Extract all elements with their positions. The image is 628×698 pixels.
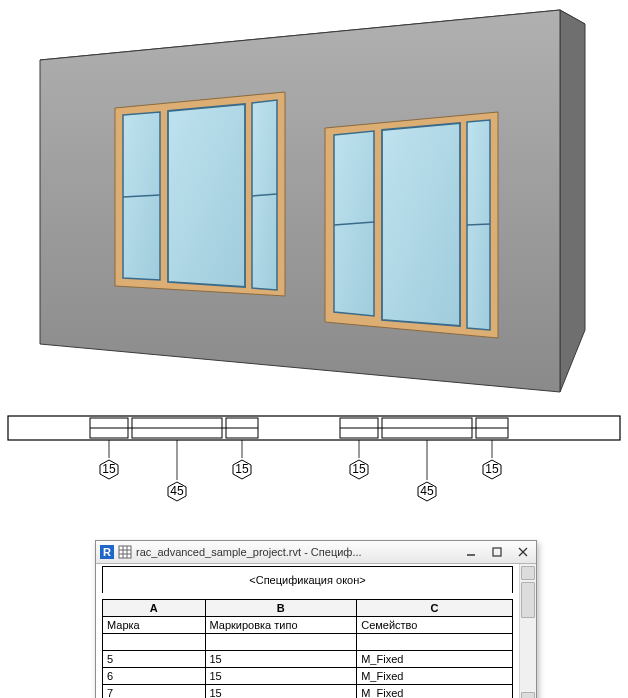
dim-side-3: 15 xyxy=(352,462,366,476)
dim-side-4: 15 xyxy=(485,462,499,476)
window-title-text: rac_advanced_sample_project.rvt - Специф… xyxy=(136,546,456,558)
schedule-table[interactable]: <Спецификация окон> A B C Марка Маркиров… xyxy=(102,566,513,698)
close-button[interactable] xyxy=(512,543,534,561)
dim-side-1: 15 xyxy=(102,462,116,476)
cell-mark[interactable]: 7 xyxy=(103,685,206,699)
svg-marker-1 xyxy=(560,10,585,392)
cell-type[interactable]: 15 xyxy=(205,685,357,699)
col-letter-b[interactable]: B xyxy=(205,600,357,617)
cell-mark[interactable]: 5 xyxy=(103,651,206,668)
col-letter-c[interactable]: C xyxy=(357,600,513,617)
svg-marker-6 xyxy=(168,104,245,287)
cell-family[interactable]: M_Fixed xyxy=(357,651,513,668)
svg-text:R: R xyxy=(103,546,111,558)
cell-family[interactable]: M_Fixed xyxy=(357,668,513,685)
svg-marker-12 xyxy=(382,123,460,326)
dim-mid-2: 45 xyxy=(420,484,434,498)
table-row[interactable]: 6 15 M_Fixed xyxy=(103,668,513,685)
scroll-up-icon[interactable] xyxy=(521,566,535,580)
schedule-window[interactable]: R rac_advanced_sample_project.rvt - Спец… xyxy=(95,540,537,698)
titlebar[interactable]: R rac_advanced_sample_project.rvt - Спец… xyxy=(96,541,536,564)
svg-rect-38 xyxy=(119,546,131,558)
dim-side-2: 15 xyxy=(235,462,249,476)
col-letter-a[interactable]: A xyxy=(103,600,206,617)
schedule-content[interactable]: <Спецификация окон> A B C Марка Маркиров… xyxy=(96,564,519,698)
col-header-mark[interactable]: Марка xyxy=(103,617,206,634)
minimize-button[interactable] xyxy=(460,543,482,561)
svg-rect-44 xyxy=(493,548,501,556)
revit-app-icon: R xyxy=(100,545,114,559)
dim-mid-1: 45 xyxy=(170,484,184,498)
col-header-type[interactable]: Маркировка типо xyxy=(205,617,357,634)
table-row[interactable]: 5 15 M_Fixed xyxy=(103,651,513,668)
table-row[interactable]: 7 15 M_Fixed xyxy=(103,685,513,699)
schedule-doc-icon xyxy=(118,545,132,559)
cell-family[interactable]: M_Fixed xyxy=(357,685,513,699)
col-header-family[interactable]: Семейство xyxy=(357,617,513,634)
scroll-thumb[interactable] xyxy=(521,582,535,618)
scroll-down-icon[interactable] xyxy=(521,692,535,698)
cell-type[interactable]: 15 xyxy=(205,651,357,668)
svg-line-14 xyxy=(467,224,490,225)
scrollbar-vertical[interactable] xyxy=(519,564,536,698)
window-left-group xyxy=(115,92,285,296)
plan-view: 15 15 15 15 45 45 xyxy=(0,410,628,530)
model-3d-view xyxy=(0,0,628,410)
maximize-button[interactable] xyxy=(486,543,508,561)
cell-mark[interactable]: 6 xyxy=(103,668,206,685)
schedule-title: <Спецификация окон> xyxy=(103,567,513,594)
cell-type[interactable]: 15 xyxy=(205,668,357,685)
window-right-group xyxy=(325,112,498,338)
